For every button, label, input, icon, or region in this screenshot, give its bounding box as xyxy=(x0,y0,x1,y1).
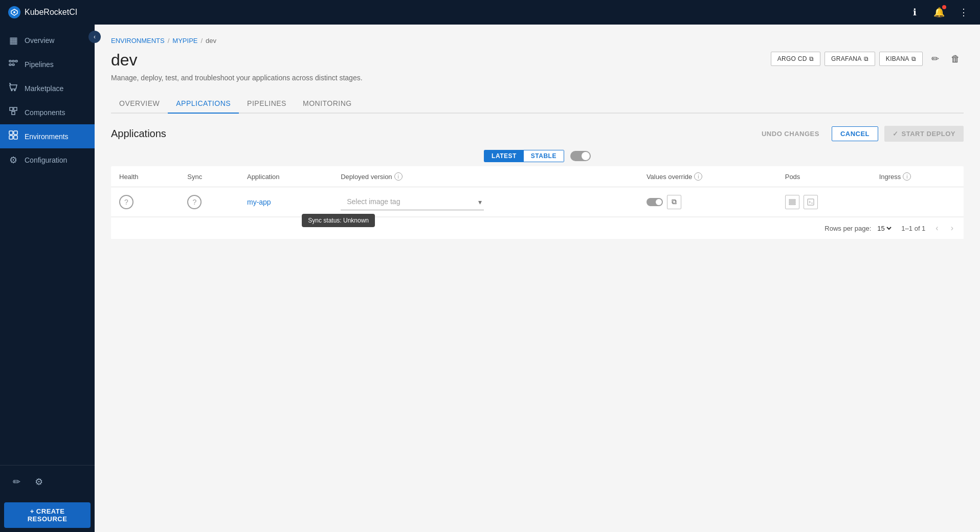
table-header: Health Sync Application Deployed version xyxy=(111,166,964,187)
sidebar-collapse-button[interactable]: ‹ xyxy=(88,31,101,43)
delete-page-button[interactable]: 🗑 xyxy=(947,51,964,67)
app-name: KubeRocketCI xyxy=(25,8,77,17)
svg-point-7 xyxy=(14,90,15,91)
applications-table: Health Sync Application Deployed version xyxy=(111,166,964,217)
page-info: 1–1 of 1 xyxy=(901,225,925,232)
sidebar-item-label: Pipelines xyxy=(25,60,54,69)
col-application: Application xyxy=(239,166,332,187)
cancel-button[interactable]: CANCEL xyxy=(832,126,878,141)
ingress-info-icon[interactable]: i xyxy=(903,172,911,181)
latest-filter-button[interactable]: LATEST xyxy=(484,150,524,162)
col-pods-label: Pods xyxy=(785,173,800,181)
col-ingress: Ingress i xyxy=(871,166,964,187)
tab-monitoring[interactable]: MONITORING xyxy=(295,94,360,114)
kibana-external-icon: ⧉ xyxy=(911,55,916,62)
page-title: dev xyxy=(111,51,138,70)
rows-per-page-select[interactable]: 15 xyxy=(875,224,893,233)
filter-toggle: LATEST STABLE xyxy=(484,150,564,162)
col-pods: Pods xyxy=(777,166,871,187)
pods-list-button[interactable] xyxy=(785,195,799,209)
undo-changes-button[interactable]: UNDO CHANGES xyxy=(755,127,826,141)
logo-icon xyxy=(8,6,20,18)
sync-question-mark: ? xyxy=(192,198,196,206)
prev-page-button[interactable]: ‹ xyxy=(933,221,940,235)
breadcrumb-environments[interactable]: ENVIRONMENTS xyxy=(111,37,165,45)
svg-rect-11 xyxy=(14,136,17,139)
stable-filter-button[interactable]: STABLE xyxy=(524,150,564,162)
global-toggle[interactable] xyxy=(570,151,591,161)
svg-rect-10 xyxy=(9,136,13,139)
create-resource-label: + CREATE RESOURCE xyxy=(12,507,82,523)
notifications-button[interactable]: 🔔 xyxy=(931,4,947,20)
table-body: ? ? Sync status: Unknown my-app xyxy=(111,187,964,217)
open-values-button[interactable]: ⧉ xyxy=(667,195,681,209)
start-deploy-button[interactable]: ✓ START DEPLOY xyxy=(884,126,964,142)
pods-actions xyxy=(785,195,863,209)
kibana-button[interactable]: KIBANA ⧉ xyxy=(879,52,923,66)
tab-pipelines[interactable]: PIPELINES xyxy=(239,94,295,114)
tab-overview[interactable]: OVERVIEW xyxy=(111,94,168,114)
grafana-button[interactable]: GRAFANA ⧉ xyxy=(825,52,875,66)
topbar-actions: ℹ 🔔 ⋮ xyxy=(906,4,972,20)
svg-rect-2 xyxy=(9,64,11,65)
sidebar-item-environments[interactable]: Environments xyxy=(0,124,95,148)
sidebar-item-components[interactable]: Components xyxy=(0,100,95,124)
rows-per-page-label: Rows per page: xyxy=(825,225,871,232)
sidebar-item-label: Marketplace xyxy=(25,84,63,93)
environments-icon xyxy=(8,130,18,142)
col-deployed-version-label: Deployed version xyxy=(341,173,392,181)
pods-cell xyxy=(777,187,871,217)
breadcrumb-current: dev xyxy=(206,37,216,45)
create-resource-button[interactable]: + CREATE RESOURCE xyxy=(4,502,91,528)
deployed-version-info-icon[interactable]: i xyxy=(394,172,403,181)
pagination: Rows per page: 15 1–1 of 1 ‹ › xyxy=(111,217,964,239)
more-menu-button[interactable]: ⋮ xyxy=(955,4,972,20)
sidebar-item-configuration[interactable]: ⚙ Configuration xyxy=(0,148,95,172)
ingress-cell xyxy=(871,187,964,217)
tab-applications[interactable]: APPLICATIONS xyxy=(168,94,239,114)
col-deployed-version: Deployed version i xyxy=(332,166,638,187)
topbar-logo: KubeRocketCI xyxy=(8,6,906,18)
svg-rect-12 xyxy=(789,199,795,201)
sync-cell: ? Sync status: Unknown xyxy=(179,187,239,217)
main-layout: ‹ ▦ Overview Pipelines xyxy=(0,25,980,532)
marketplace-icon xyxy=(8,82,18,94)
sidebar-item-label: Configuration xyxy=(25,156,67,164)
sidebar-item-label: Components xyxy=(25,108,65,117)
table-header-row: Health Sync Application Deployed version xyxy=(111,166,964,187)
next-page-button[interactable]: › xyxy=(949,221,955,235)
filter-bar: LATEST STABLE xyxy=(111,150,964,162)
svg-rect-8 xyxy=(9,131,13,135)
col-sync-label: Sync xyxy=(187,173,202,181)
page-header-actions: ARGO CD ⧉ GRAFANA ⧉ KIBANA ⧉ ✏ 🗑 xyxy=(771,51,964,67)
pods-terminal-button[interactable] xyxy=(804,195,818,209)
edit-page-button[interactable]: ✏ xyxy=(927,51,943,67)
app-name-link[interactable]: my-app xyxy=(247,198,271,206)
breadcrumb-sep-2: / xyxy=(201,37,203,45)
sidebar: ‹ ▦ Overview Pipelines xyxy=(0,25,95,532)
svg-rect-5 xyxy=(15,60,17,62)
sidebar-item-pipelines[interactable]: Pipelines xyxy=(0,52,95,76)
sidebar-item-marketplace[interactable]: Marketplace xyxy=(0,76,95,100)
sidebar-nav: ▦ Overview Pipelines xyxy=(0,25,95,465)
pipelines-icon xyxy=(8,58,18,70)
settings-bottom-button[interactable]: ⚙ xyxy=(31,474,47,490)
breadcrumb-pipeline[interactable]: MYPIPE xyxy=(172,37,197,45)
values-override-actions: ⧉ xyxy=(647,195,769,209)
sidebar-item-overview[interactable]: ▦ Overview xyxy=(0,29,95,52)
image-tag-select[interactable]: Select image tag xyxy=(341,193,484,210)
health-question-mark: ? xyxy=(124,198,128,206)
section-actions: UNDO CHANGES CANCEL ✓ START DEPLOY xyxy=(755,126,964,142)
sync-status-icon: ? xyxy=(187,195,202,209)
col-values-override: Values override i xyxy=(638,166,777,187)
values-override-info-icon[interactable]: i xyxy=(694,172,702,181)
info-button[interactable]: ℹ xyxy=(906,4,923,20)
components-icon xyxy=(8,106,18,118)
edit-bottom-button[interactable]: ✏ xyxy=(8,474,25,490)
argo-cd-button[interactable]: ARGO CD ⧉ xyxy=(771,52,820,66)
col-application-label: Application xyxy=(247,173,280,181)
values-override-toggle[interactable] xyxy=(647,198,663,206)
breadcrumb-sep-1: / xyxy=(168,37,170,45)
page-header: dev ARGO CD ⧉ GRAFANA ⧉ KIBANA ⧉ ✏ xyxy=(111,51,964,70)
health-status-icon: ? xyxy=(119,195,133,209)
